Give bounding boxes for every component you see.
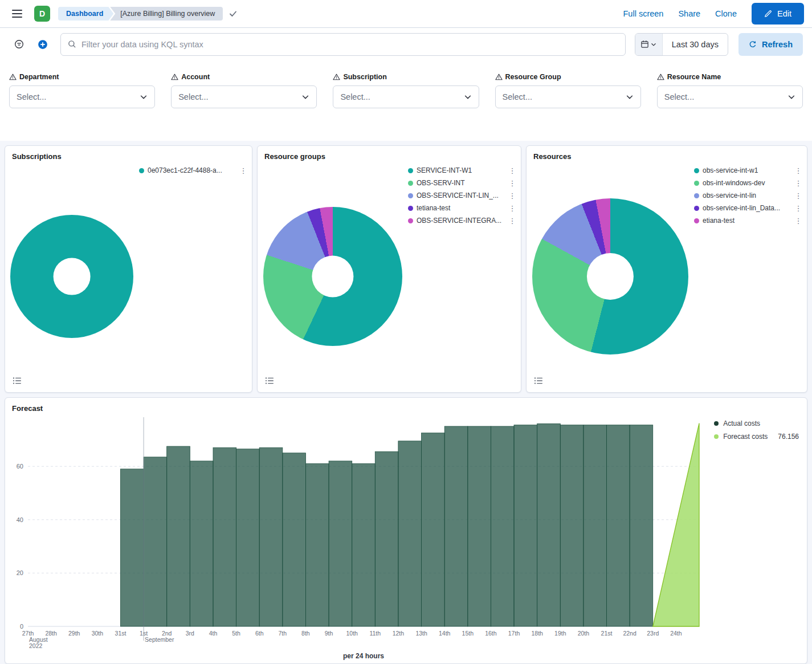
panel-subscriptions: Subscriptions0e073ec1-c22f-4488-a...⋮ xyxy=(5,145,252,393)
control-label-text: Account xyxy=(181,73,210,81)
control-select-resource-group[interactable]: Select... xyxy=(495,85,641,108)
legend-color-dot xyxy=(694,168,699,173)
svg-text:29th: 29th xyxy=(68,630,80,637)
warning-triangle-icon xyxy=(495,74,503,80)
chevron-down-icon xyxy=(301,93,309,101)
control-select-department[interactable]: Select... xyxy=(9,85,155,108)
legend-label: tetiana-test xyxy=(417,204,505,212)
legend-menu-icon[interactable]: ⋮ xyxy=(508,180,516,187)
legend-menu-icon[interactable]: ⋮ xyxy=(508,217,516,225)
legend-label: OBS-SERVICE-INTEGRA... xyxy=(417,217,505,225)
kibana-dashboard-app: D Dashboard [Azure Billing] Billing over… xyxy=(0,0,812,664)
select-placeholder: Select... xyxy=(340,92,370,101)
legend-item[interactable]: OBS-SERV-INT⋮ xyxy=(408,177,516,189)
svg-text:40: 40 xyxy=(17,516,23,523)
clone-button[interactable]: Clone xyxy=(715,9,737,18)
legend-color-dot xyxy=(408,168,413,173)
forecast-chart-area[interactable]: 020406027th28th29th30th31st1st2nd3rd4th5… xyxy=(5,414,807,649)
control-label: Department xyxy=(9,73,155,81)
legend-item[interactable]: obs-int-windows-dev⋮ xyxy=(694,177,802,189)
svg-text:5th: 5th xyxy=(232,630,240,637)
svg-text:4th: 4th xyxy=(209,630,218,637)
svg-text:17th: 17th xyxy=(508,630,520,637)
breadcrumb: Dashboard [Azure Billing] Billing overvi… xyxy=(58,7,238,21)
chevron-down-icon xyxy=(464,93,472,101)
control-label-text: Resource Group xyxy=(505,73,561,81)
svg-text:30th: 30th xyxy=(92,630,104,637)
legend-menu-icon[interactable]: ⋮ xyxy=(794,180,802,187)
search-icon xyxy=(68,40,76,48)
select-placeholder: Select... xyxy=(17,92,46,101)
legend-label: OBS-SERV-INT xyxy=(417,179,505,187)
legend-item[interactable]: 0e073ec1-c22f-4488-a...⋮ xyxy=(139,164,247,177)
legend-item[interactable]: tetiana-test⋮ xyxy=(408,202,516,214)
svg-text:6th: 6th xyxy=(255,630,264,637)
svg-text:3rd: 3rd xyxy=(186,630,194,637)
filter-sets-icon[interactable] xyxy=(9,35,28,54)
legend-toggle-button[interactable] xyxy=(532,374,545,387)
control-label: Account xyxy=(171,73,317,81)
legend-color-dot xyxy=(694,206,699,211)
share-button[interactable]: Share xyxy=(678,9,700,18)
svg-text:7th: 7th xyxy=(278,630,287,637)
control-select-account[interactable]: Select... xyxy=(171,85,317,108)
legend-label: SERVICE-INT-W1 xyxy=(417,166,505,174)
topbar-actions: Full screen Share Clone Edit xyxy=(623,3,804,25)
donut-chart[interactable] xyxy=(263,207,402,346)
legend-menu-icon[interactable]: ⋮ xyxy=(794,192,802,199)
legend-item[interactable]: SERVICE-INT-W1⋮ xyxy=(408,164,516,177)
add-filter-icon[interactable] xyxy=(33,35,52,54)
dashboard-controls-row: DepartmentSelect...AccountSelect...Subsc… xyxy=(0,60,812,141)
control-select-subscription[interactable]: Select... xyxy=(333,85,479,108)
legend-item[interactable]: etiana-test⋮ xyxy=(694,214,802,227)
legend-toggle-button[interactable] xyxy=(263,374,276,387)
edit-button[interactable]: Edit xyxy=(752,3,804,25)
legend-label: OBS-SERVICE-INT-LIN_... xyxy=(417,192,505,199)
legend-menu-icon[interactable]: ⋮ xyxy=(508,167,516,174)
control-select-resource-name[interactable]: Select... xyxy=(657,85,803,108)
control-label: Resource Name xyxy=(657,73,803,81)
breadcrumb-current-dashboard[interactable]: [Azure Billing] Billing overview xyxy=(110,7,223,21)
svg-text:15th: 15th xyxy=(462,630,474,637)
legend-item[interactable]: obs-service-int-lin⋮ xyxy=(694,189,802,202)
x-axis-title: per 24 hours xyxy=(28,652,699,660)
time-range-value[interactable]: Last 30 days xyxy=(663,34,728,55)
control-label: Resource Group xyxy=(495,73,641,81)
legend-menu-icon[interactable]: ⋮ xyxy=(508,205,516,212)
svg-text:19th: 19th xyxy=(554,630,566,637)
donut-chart[interactable] xyxy=(10,215,133,338)
saved-check-icon[interactable] xyxy=(228,9,238,18)
legend-menu-icon[interactable]: ⋮ xyxy=(508,192,516,199)
legend-menu-icon[interactable]: ⋮ xyxy=(794,205,802,212)
legend-item[interactable]: obs-service-int-lin_Data...⋮ xyxy=(694,202,802,214)
legend-label: obs-service-int-w1 xyxy=(703,166,791,174)
legend-menu-icon[interactable]: ⋮ xyxy=(239,167,247,174)
legend-toggle-button[interactable] xyxy=(11,374,23,387)
warning-triangle-icon xyxy=(9,74,17,80)
legend-item[interactable]: OBS-SERVICE-INTEGRA...⋮ xyxy=(408,214,516,227)
legend-item[interactable]: OBS-SERVICE-INT-LIN_...⋮ xyxy=(408,189,516,202)
space-avatar[interactable]: D xyxy=(34,6,50,22)
refresh-button[interactable]: Refresh xyxy=(738,33,803,56)
svg-text:11th: 11th xyxy=(369,630,381,637)
legend-color-dot xyxy=(408,181,413,186)
svg-text:0: 0 xyxy=(20,623,23,630)
kql-search-input[interactable] xyxy=(81,40,618,49)
menu-hamburger-icon[interactable] xyxy=(8,5,26,23)
svg-text:18th: 18th xyxy=(531,630,543,637)
chevron-down-icon xyxy=(787,93,795,101)
donut-chart[interactable] xyxy=(532,198,688,355)
breadcrumb-dashboard[interactable]: Dashboard xyxy=(58,7,113,21)
legend-label: obs-int-windows-dev xyxy=(703,179,791,187)
control-label-text: Subscription xyxy=(343,73,386,81)
panel-title: Subscriptions xyxy=(5,146,252,161)
calendar-icon-button[interactable] xyxy=(635,34,663,55)
control-resource-name: Resource NameSelect... xyxy=(657,73,803,108)
legend-menu-icon[interactable]: ⋮ xyxy=(794,167,802,174)
full-screen-button[interactable]: Full screen xyxy=(623,9,663,18)
legend-color-dot xyxy=(694,218,699,223)
legend-menu-icon[interactable]: ⋮ xyxy=(794,217,802,225)
control-label-text: Resource Name xyxy=(667,73,721,81)
legend-item[interactable]: obs-service-int-w1⋮ xyxy=(694,164,802,177)
legend-color-dot xyxy=(408,193,413,198)
